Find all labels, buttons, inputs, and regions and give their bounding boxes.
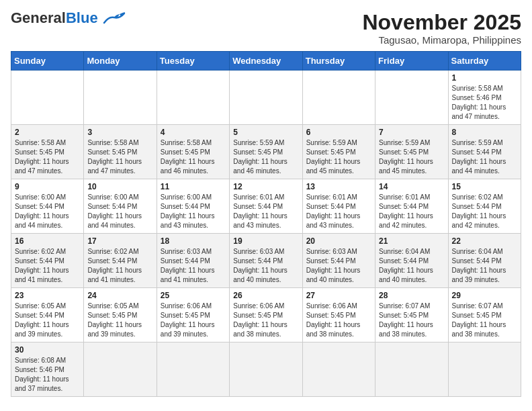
- calendar-cell: 11Sunrise: 6:00 AM Sunset: 5:44 PM Dayli…: [157, 179, 229, 234]
- calendar-cell: [302, 342, 375, 397]
- day-content: Sunrise: 6:02 AM Sunset: 5:44 PM Dayligh…: [87, 247, 152, 285]
- day-number: 30: [15, 345, 80, 355]
- calendar-cell: 28Sunrise: 6:07 AM Sunset: 5:45 PM Dayli…: [375, 288, 448, 342]
- day-content: Sunrise: 6:01 AM Sunset: 5:44 PM Dayligh…: [233, 193, 298, 230]
- day-content: Sunrise: 6:01 AM Sunset: 5:44 PM Dayligh…: [379, 193, 444, 230]
- day-number: 28: [379, 291, 444, 300]
- day-number: 3: [87, 128, 152, 137]
- calendar-cell: 5Sunrise: 5:59 AM Sunset: 5:45 PM Daylig…: [230, 125, 302, 179]
- day-number: 4: [161, 128, 226, 137]
- day-number: 16: [15, 236, 80, 246]
- day-number: 17: [87, 236, 152, 246]
- calendar-cell: [448, 342, 521, 397]
- day-content: Sunrise: 6:04 AM Sunset: 5:44 PM Dayligh…: [452, 247, 517, 285]
- day-number: 19: [233, 236, 298, 246]
- day-content: Sunrise: 6:07 AM Sunset: 5:45 PM Dayligh…: [379, 302, 444, 339]
- calendar-cell: 19Sunrise: 6:03 AM Sunset: 5:44 PM Dayli…: [230, 234, 302, 288]
- calendar-cell: [230, 342, 302, 397]
- day-content: Sunrise: 6:03 AM Sunset: 5:44 PM Dayligh…: [233, 247, 298, 285]
- calendar-cell: 16Sunrise: 6:02 AM Sunset: 5:44 PM Dayli…: [11, 234, 84, 288]
- day-content: Sunrise: 6:07 AM Sunset: 5:45 PM Dayligh…: [452, 302, 517, 339]
- day-content: Sunrise: 6:02 AM Sunset: 5:44 PM Dayligh…: [452, 193, 517, 230]
- day-number: 29: [452, 291, 517, 300]
- day-content: Sunrise: 5:58 AM Sunset: 5:45 PM Dayligh…: [161, 138, 226, 176]
- weekday-header-thursday: Thursday: [302, 52, 375, 71]
- logo-general: General: [11, 9, 66, 26]
- day-content: Sunrise: 6:06 AM Sunset: 5:45 PM Dayligh…: [233, 302, 298, 339]
- day-number: 21: [379, 236, 444, 246]
- calendar-cell: 23Sunrise: 6:05 AM Sunset: 5:44 PM Dayli…: [11, 288, 84, 342]
- day-number: 20: [306, 236, 371, 246]
- weekday-header-sunday: Sunday: [11, 52, 84, 71]
- calendar-cell: 12Sunrise: 6:01 AM Sunset: 5:44 PM Dayli…: [230, 179, 302, 234]
- day-content: Sunrise: 6:03 AM Sunset: 5:44 PM Dayligh…: [306, 247, 371, 285]
- day-number: 10: [87, 182, 152, 191]
- day-content: Sunrise: 6:02 AM Sunset: 5:44 PM Dayligh…: [15, 247, 80, 285]
- day-content: Sunrise: 5:59 AM Sunset: 5:44 PM Dayligh…: [452, 138, 517, 176]
- calendar-cell: 14Sunrise: 6:01 AM Sunset: 5:44 PM Dayli…: [375, 179, 448, 234]
- day-content: Sunrise: 6:05 AM Sunset: 5:44 PM Dayligh…: [15, 302, 80, 339]
- day-number: 18: [161, 236, 226, 246]
- day-number: 13: [306, 182, 371, 191]
- logo-bird-icon: [101, 11, 128, 26]
- calendar-cell: 21Sunrise: 6:04 AM Sunset: 5:44 PM Dayli…: [375, 234, 448, 288]
- calendar-cell: 6Sunrise: 5:59 AM Sunset: 5:45 PM Daylig…: [302, 125, 375, 179]
- day-content: Sunrise: 6:04 AM Sunset: 5:44 PM Dayligh…: [379, 247, 444, 285]
- calendar-cell: [157, 342, 229, 397]
- day-content: Sunrise: 5:58 AM Sunset: 5:45 PM Dayligh…: [15, 138, 80, 176]
- day-content: Sunrise: 6:01 AM Sunset: 5:44 PM Dayligh…: [306, 193, 371, 230]
- calendar-cell: [11, 71, 84, 125]
- title-area: November 2025 Tagusao, Mimaropa, Philipp…: [362, 11, 521, 46]
- location-title: Tagusao, Mimaropa, Philippines: [362, 34, 521, 46]
- weekday-header-tuesday: Tuesday: [157, 52, 229, 71]
- day-number: 6: [306, 128, 371, 137]
- day-content: Sunrise: 5:58 AM Sunset: 5:45 PM Dayligh…: [87, 138, 152, 176]
- day-content: Sunrise: 5:59 AM Sunset: 5:45 PM Dayligh…: [306, 138, 371, 176]
- calendar-cell: [375, 342, 448, 397]
- calendar-cell: 18Sunrise: 6:03 AM Sunset: 5:44 PM Dayli…: [157, 234, 229, 288]
- calendar-cell: 27Sunrise: 6:06 AM Sunset: 5:45 PM Dayli…: [302, 288, 375, 342]
- day-number: 14: [379, 182, 444, 191]
- calendar-cell: 7Sunrise: 5:59 AM Sunset: 5:45 PM Daylig…: [375, 125, 448, 179]
- day-number: 7: [379, 128, 444, 137]
- calendar-cell: 4Sunrise: 5:58 AM Sunset: 5:45 PM Daylig…: [157, 125, 229, 179]
- calendar-table: SundayMondayTuesdayWednesdayThursdayFrid…: [11, 51, 521, 397]
- day-number: 25: [161, 291, 226, 300]
- day-content: Sunrise: 6:08 AM Sunset: 5:46 PM Dayligh…: [15, 356, 80, 394]
- calendar-cell: 20Sunrise: 6:03 AM Sunset: 5:44 PM Dayli…: [302, 234, 375, 288]
- calendar-cell: 2Sunrise: 5:58 AM Sunset: 5:45 PM Daylig…: [11, 125, 84, 179]
- calendar-cell: [230, 71, 302, 125]
- day-number: 12: [233, 182, 298, 191]
- logo-text: GeneralBlue: [11, 11, 98, 26]
- weekday-header-saturday: Saturday: [448, 52, 521, 71]
- calendar-cell: [302, 71, 375, 125]
- day-number: 23: [15, 291, 80, 300]
- calendar-week-row: 30Sunrise: 6:08 AM Sunset: 5:46 PM Dayli…: [11, 342, 521, 397]
- calendar-week-row: 9Sunrise: 6:00 AM Sunset: 5:44 PM Daylig…: [11, 179, 521, 234]
- day-content: Sunrise: 6:05 AM Sunset: 5:45 PM Dayligh…: [87, 302, 152, 339]
- calendar-cell: 24Sunrise: 6:05 AM Sunset: 5:45 PM Dayli…: [84, 288, 157, 342]
- calendar-cell: [375, 71, 448, 125]
- calendar-week-row: 16Sunrise: 6:02 AM Sunset: 5:44 PM Dayli…: [11, 234, 521, 288]
- calendar-cell: 8Sunrise: 5:59 AM Sunset: 5:44 PM Daylig…: [448, 125, 521, 179]
- day-number: 1: [452, 73, 517, 83]
- logo: GeneralBlue: [11, 11, 128, 26]
- day-content: Sunrise: 5:58 AM Sunset: 5:46 PM Dayligh…: [452, 84, 517, 122]
- day-content: Sunrise: 6:00 AM Sunset: 5:44 PM Dayligh…: [161, 193, 226, 230]
- weekday-header-row: SundayMondayTuesdayWednesdayThursdayFrid…: [11, 52, 521, 71]
- day-content: Sunrise: 6:00 AM Sunset: 5:44 PM Dayligh…: [15, 193, 80, 230]
- page-header: GeneralBlue November 2025 Tagusao, Mimar…: [11, 11, 521, 46]
- day-number: 11: [161, 182, 226, 191]
- calendar-cell: 3Sunrise: 5:58 AM Sunset: 5:45 PM Daylig…: [84, 125, 157, 179]
- weekday-header-monday: Monday: [84, 52, 157, 71]
- calendar-cell: [84, 342, 157, 397]
- day-number: 26: [233, 291, 298, 300]
- day-number: 22: [452, 236, 517, 246]
- logo-blue: Blue: [66, 9, 98, 26]
- day-number: 15: [452, 182, 517, 191]
- day-number: 27: [306, 291, 371, 300]
- day-number: 5: [233, 128, 298, 137]
- day-number: 2: [15, 128, 80, 137]
- calendar-week-row: 2Sunrise: 5:58 AM Sunset: 5:45 PM Daylig…: [11, 125, 521, 179]
- day-content: Sunrise: 5:59 AM Sunset: 5:45 PM Dayligh…: [233, 138, 298, 176]
